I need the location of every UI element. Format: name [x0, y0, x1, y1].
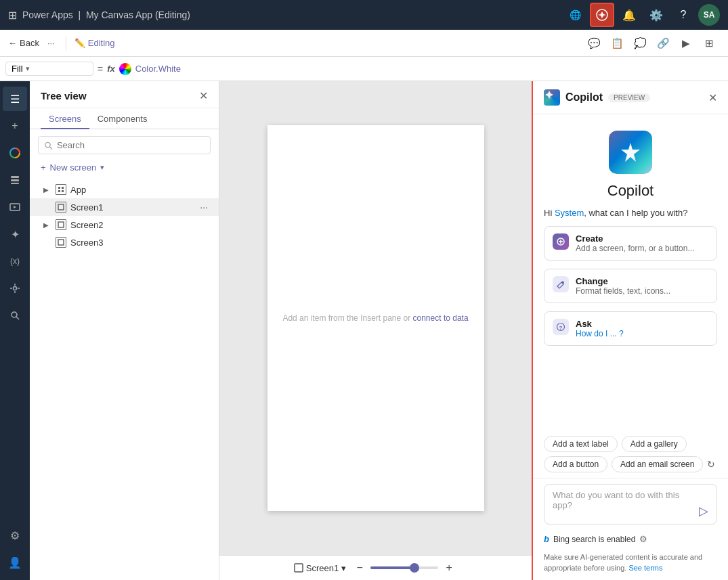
- svg-rect-20: [58, 204, 64, 210]
- user-settings-button[interactable]: 🌐: [563, 3, 587, 27]
- search-icon: [44, 141, 53, 150]
- sidebar-item-tree-view[interactable]: ☰: [3, 87, 27, 111]
- topbar-right-icons: 🌐 🔔 ⚙️ ? SA: [563, 3, 720, 27]
- svg-rect-23: [295, 564, 303, 572]
- zoom-thumb[interactable]: [410, 563, 419, 573]
- settings-button[interactable]: ⚙️: [644, 3, 668, 27]
- tree-item-screen2[interactable]: ▶ Screen2: [30, 216, 219, 233]
- topbar: ⊞ Power Apps | My Canvas App (Editing) 🌐…: [0, 0, 728, 30]
- toolbar-divider: [66, 37, 66, 50]
- svg-point-12: [12, 312, 17, 317]
- zoom-slider[interactable]: [370, 566, 438, 569]
- bing-settings-icon[interactable]: ⚙: [639, 534, 647, 544]
- svg-point-7: [14, 287, 17, 290]
- screen2-icon: [56, 219, 66, 230]
- copilot-icon: [596, 9, 608, 21]
- chip-add-text-label[interactable]: Add a text label: [544, 436, 618, 452]
- sidebar-item-theme[interactable]: [3, 141, 27, 165]
- copilot-card-create[interactable]: Create Add a screen, form, or a button..…: [544, 226, 717, 261]
- chevron-down-icon: ▾: [100, 163, 104, 172]
- screen-chevron-icon: ▾: [341, 563, 346, 573]
- back-button[interactable]: ← Back: [8, 38, 39, 48]
- create-icon: [556, 237, 565, 246]
- canvas-frame[interactable]: Add an item from the Insert pane or conn…: [267, 125, 484, 511]
- tab-components[interactable]: Components: [89, 108, 156, 129]
- copilot-body: Copilot Hi System, what can I help you w…: [533, 114, 728, 433]
- zoom-controls: − +: [351, 560, 457, 576]
- more-button[interactable]: ···: [45, 38, 58, 48]
- pencil-icon: [556, 280, 565, 289]
- chat-icon[interactable]: 💭: [629, 32, 651, 54]
- connect-data-link[interactable]: connect to data: [413, 313, 469, 323]
- editing-mode[interactable]: ✏️ Editing: [74, 38, 115, 48]
- copilot-button[interactable]: [590, 3, 614, 27]
- copilot-input-area: What do you want to do with this app? ▷: [533, 478, 728, 530]
- grid-icon: [58, 186, 64, 193]
- back-icon: ←: [8, 38, 17, 48]
- chips-refresh-icon[interactable]: ↻: [707, 459, 715, 470]
- sidebar-item-variables[interactable]: (x): [3, 249, 27, 273]
- copilot-card-change[interactable]: Change Format fields, text, icons...: [544, 269, 717, 303]
- tree-view-panel: Tree view ✕ Screens Components + New scr…: [30, 81, 219, 580]
- copilot-card-ask[interactable]: ? Ask How do I ... ?: [544, 311, 717, 346]
- copilot-input-box[interactable]: What do you want to do with this app? ▷: [544, 484, 717, 525]
- sidebar-item-settings[interactable]: ⚙: [3, 523, 27, 548]
- screen1-more-button[interactable]: ···: [200, 202, 208, 213]
- play-button[interactable]: ▶: [675, 32, 697, 54]
- notifications-button[interactable]: 🔔: [617, 3, 641, 27]
- new-screen-button[interactable]: + New screen ▾: [30, 158, 219, 178]
- help-button[interactable]: ?: [671, 3, 695, 27]
- tree-item-screen3[interactable]: Screen3: [30, 233, 219, 251]
- zoom-in-button[interactable]: +: [441, 560, 457, 576]
- sidebar-item-data[interactable]: [3, 168, 27, 192]
- create-card-title: Create: [576, 233, 694, 244]
- change-card-text: Change Format fields, text, icons...: [576, 276, 670, 296]
- pencil-icon: ✏️: [74, 38, 85, 48]
- copilot-close-button[interactable]: ✕: [708, 91, 717, 104]
- sidebar-item-search[interactable]: [3, 303, 27, 328]
- footer-text: Make sure AI-generated content is accura…: [544, 553, 702, 571]
- tree-view-title: Tree view: [41, 90, 87, 102]
- screen-selector[interactable]: Screen1 ▾: [294, 563, 346, 573]
- equals-sign: =: [98, 64, 103, 74]
- sidebar-item-advanced-tools[interactable]: [3, 276, 27, 300]
- chip-add-button[interactable]: Add a button: [544, 456, 607, 472]
- tree-item-screen1[interactable]: Screen1 ···: [30, 198, 219, 216]
- avatar[interactable]: SA: [698, 4, 720, 26]
- tree-item-app[interactable]: ▶ App: [30, 181, 219, 198]
- fx-label: fx: [107, 64, 115, 74]
- sidebar-item-plugins[interactable]: ✦: [3, 222, 27, 246]
- screen-rect-icon: [58, 204, 64, 210]
- clipboard-icon[interactable]: 📋: [606, 32, 628, 54]
- share-icon[interactable]: 🔗: [652, 32, 674, 54]
- svg-rect-4: [11, 183, 19, 184]
- chip-add-email-screen[interactable]: Add an email screen: [612, 456, 703, 472]
- copilot-panel: Copilot PREVIEW ✕ Copilot Hi System, wha…: [532, 81, 728, 580]
- canvas-hint: Add an item from the Insert pane or conn…: [282, 313, 468, 323]
- property-dropdown[interactable]: Fill ▾: [5, 62, 93, 76]
- comment-icon[interactable]: 💬: [583, 32, 605, 54]
- copilot-large-icon: [609, 131, 652, 174]
- zoom-out-button[interactable]: −: [351, 560, 368, 576]
- bing-logo: b: [544, 534, 549, 544]
- create-card-icon: [553, 233, 569, 250]
- chip-add-gallery[interactable]: Add a gallery: [622, 436, 687, 452]
- grid-menu-icon[interactable]: ⊞: [8, 9, 17, 22]
- create-card-text: Create Add a screen, form, or a button..…: [576, 233, 694, 253]
- copilot-preview-badge: PREVIEW: [608, 93, 650, 102]
- sidebar-item-insert[interactable]: +: [3, 114, 27, 138]
- screen-selector-icon: [294, 563, 303, 573]
- search-input[interactable]: [57, 140, 205, 150]
- see-terms-link[interactable]: See terms: [628, 564, 662, 572]
- layout-icon[interactable]: ⊞: [698, 32, 720, 54]
- sidebar-item-account[interactable]: 👤: [3, 550, 27, 575]
- tree-view-header: Tree view ✕: [30, 81, 219, 108]
- expand-icon-2: ▶: [41, 219, 51, 230]
- formula-value: Color.White: [135, 64, 181, 74]
- color-palette-icon[interactable]: [119, 63, 131, 75]
- tree-view-close-button[interactable]: ✕: [199, 89, 208, 102]
- canvas-content[interactable]: Add an item from the Insert pane or conn…: [219, 81, 532, 555]
- sidebar-item-media[interactable]: [3, 195, 27, 219]
- tab-screens[interactable]: Screens: [41, 108, 89, 129]
- copilot-send-button[interactable]: ▷: [699, 504, 708, 518]
